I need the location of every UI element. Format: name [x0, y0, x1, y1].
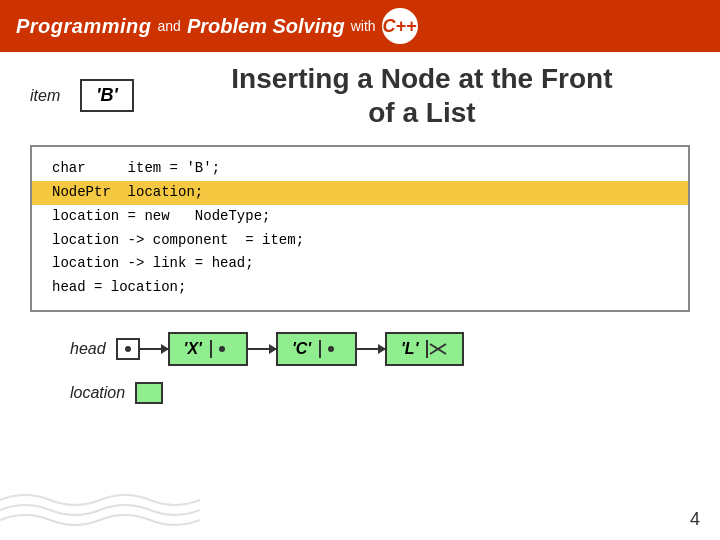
code-line-2: NodePtr location;: [32, 181, 688, 205]
svg-point-1: [328, 346, 334, 352]
cpp-logo: C++: [382, 8, 418, 44]
header-programming: Programming: [16, 15, 152, 38]
node-l-value: 'L': [401, 340, 428, 358]
arrow-x-c: [248, 348, 276, 350]
arrow-c-l: [357, 348, 385, 350]
header-with: with: [351, 18, 376, 34]
code-line-4: location -> component = item;: [52, 229, 668, 253]
main-content: item 'B' Inserting a Node at the Front o…: [0, 52, 720, 414]
decoration-bottom-left: [0, 490, 200, 540]
item-label: item: [30, 87, 60, 105]
location-box: [135, 382, 163, 404]
node-x-ptr: [212, 342, 232, 356]
item-box: 'B': [80, 79, 134, 112]
code-line-5: location -> link = head;: [52, 252, 668, 276]
node-c-ptr: [321, 342, 341, 356]
node-x: 'X': [168, 332, 248, 366]
node-x-value: 'X': [184, 340, 212, 358]
head-pointer-box: [116, 338, 140, 360]
svg-point-0: [219, 346, 225, 352]
code-line-3: location = new NodeType;: [52, 205, 668, 229]
title-row: item 'B' Inserting a Node at the Front o…: [30, 62, 690, 129]
header-problem-solving: Problem Solving: [187, 15, 345, 38]
location-label: location: [70, 384, 125, 402]
slide-title: Inserting a Node at the Front of a List: [154, 62, 690, 129]
node-l-ptr: [428, 342, 448, 356]
header-bar: Programming and Problem Solving with C++: [0, 0, 720, 52]
head-pointer-dot: [125, 346, 131, 352]
node-c: 'C': [276, 332, 357, 366]
node-l: 'L': [385, 332, 464, 366]
page-number: 4: [690, 509, 700, 530]
code-line-1: char item = 'B';: [52, 157, 668, 181]
code-box: char item = 'B'; NodePtr location; locat…: [30, 145, 690, 312]
head-arrow: [140, 348, 168, 350]
list-diagram: head 'X' 'C' 'L': [70, 332, 690, 366]
code-line-6: head = location;: [52, 276, 668, 300]
location-row: location: [70, 382, 690, 404]
head-label: head: [70, 340, 106, 358]
node-c-value: 'C': [292, 340, 321, 358]
header-and: and: [158, 18, 181, 34]
